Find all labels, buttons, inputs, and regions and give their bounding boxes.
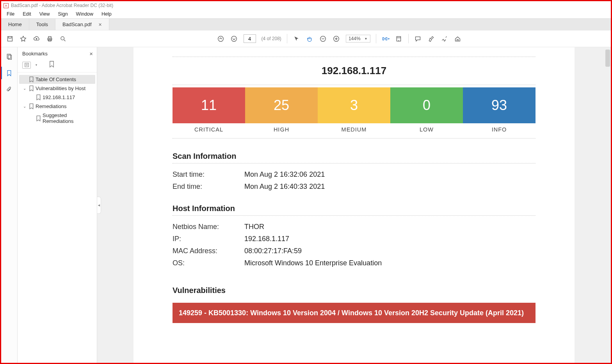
vulnerabilities-heading: Vulnerabilities <box>173 286 536 295</box>
tab-bar: Home Tools BadScan.pdf × <box>1 18 611 30</box>
navigation-rail <box>1 47 18 363</box>
attachments-icon[interactable] <box>5 85 13 93</box>
signature-icon[interactable] <box>441 35 448 43</box>
panel-collapse-handle[interactable]: ◄ <box>97 197 101 214</box>
window-title: BadScan.pdf - Adobe Acrobat Reader DC (3… <box>11 3 113 8</box>
search-icon[interactable] <box>59 35 67 43</box>
zoom-in-icon[interactable] <box>333 35 340 43</box>
toolbar: (4 of 208) 144%▼ ▾ <box>1 30 611 47</box>
window-titlebar: A BadScan.pdf - Adobe Acrobat Reader DC … <box>1 1 611 10</box>
find-bookmark-icon[interactable] <box>49 61 55 69</box>
page-up-icon[interactable] <box>217 35 225 43</box>
severity-info: 93 INFO <box>463 87 536 136</box>
svg-point-4 <box>60 36 64 40</box>
cloud-upload-icon[interactable] <box>32 35 40 43</box>
svg-rect-10 <box>7 54 11 58</box>
print-icon[interactable] <box>46 35 53 43</box>
severity-medium: 3 MEDIUM <box>318 87 390 136</box>
zoom-out-icon[interactable] <box>319 35 327 43</box>
fit-width-icon[interactable]: ▾ <box>382 35 390 43</box>
bookmark-vuln-by-host[interactable]: ⌄ Vulnerabilities by Host <box>19 84 95 93</box>
bookmarks-icon[interactable] <box>5 69 13 77</box>
severity-critical: 11 CRITICAL <box>173 87 245 136</box>
toolbar-separator <box>408 34 409 43</box>
bookmark-options-button[interactable] <box>22 62 31 69</box>
tab-close-icon[interactable]: × <box>99 21 102 28</box>
page-count-label: (4 of 208) <box>262 36 281 41</box>
svg-point-6 <box>231 36 237 41</box>
host-os-row: OS: Microsoft Windows 10 Enterprise Eval… <box>173 259 536 267</box>
severity-low: 0 LOW <box>390 87 463 136</box>
divider <box>173 85 536 85</box>
menu-edit[interactable]: Edit <box>20 11 34 18</box>
svg-rect-0 <box>7 36 12 41</box>
scan-start-row: Start time: Mon Aug 2 16:32:06 2021 <box>173 170 536 179</box>
bookmark-host-1[interactable]: 192.168.1.117 <box>19 93 95 102</box>
severity-high: 25 HIGH <box>245 87 318 136</box>
highlight-icon[interactable] <box>427 35 435 43</box>
toolbar-separator <box>376 34 376 43</box>
work-area: Bookmarks × ▾ Table Of Contents ⌄ Vulner… <box>1 47 611 363</box>
comment-icon[interactable] <box>414 35 422 43</box>
tab-home[interactable]: Home <box>1 19 29 30</box>
host-info-heading: Host Information <box>173 204 536 213</box>
save-icon[interactable] <box>6 35 14 43</box>
hand-pan-icon[interactable] <box>306 35 314 43</box>
divider <box>173 138 536 138</box>
divider <box>173 163 536 163</box>
severity-summary: 11 CRITICAL 25 HIGH 3 MEDIUM 0 LOW 93 <box>173 87 536 136</box>
svg-rect-11 <box>8 55 12 59</box>
tab-document[interactable]: BadScan.pdf × <box>55 19 109 30</box>
host-ip-heading: 192.168.1.117 <box>173 59 536 82</box>
bookmarks-panel: Bookmarks × ▾ Table Of Contents ⌄ Vulner… <box>18 47 97 363</box>
menu-file[interactable]: File <box>4 11 18 18</box>
host-mac-row: MAC Address: 08:00:27:17:FA:59 <box>173 247 536 255</box>
star-icon[interactable] <box>19 35 27 43</box>
svg-rect-12 <box>25 63 28 67</box>
menu-bar: File Edit View Sign Window Help <box>1 10 611 18</box>
page-view-icon[interactable] <box>395 35 403 43</box>
scan-info-heading: Scan Information <box>173 152 536 161</box>
divider <box>173 215 536 216</box>
panel-close-icon[interactable]: × <box>89 50 93 57</box>
vulnerability-item-critical: 149259 - KB5001330: Windows 10 Version 2… <box>173 303 536 323</box>
bookmark-suggested-remediations[interactable]: Suggested Remediations <box>19 111 95 126</box>
menu-help[interactable]: Help <box>98 11 115 18</box>
app-icon: A <box>4 3 9 8</box>
pdf-page: 192.168.1.117 11 CRITICAL 25 HIGH 3 MEDI… <box>133 47 575 363</box>
scrollbar-thumb[interactable] <box>605 50 610 67</box>
toolbar-separator <box>287 34 287 43</box>
select-arrow-icon[interactable] <box>293 35 301 43</box>
stamp-icon[interactable] <box>454 35 462 43</box>
menu-window[interactable]: Window <box>73 11 96 18</box>
vertical-scrollbar[interactable] <box>605 47 611 363</box>
bookmark-toc[interactable]: Table Of Contents <box>19 75 95 84</box>
page-down-icon[interactable] <box>230 35 238 43</box>
scan-end-row: End time: Mon Aug 2 16:40:33 2021 <box>173 183 536 191</box>
thumbnails-icon[interactable] <box>5 53 13 60</box>
menu-sign[interactable]: Sign <box>55 11 71 18</box>
divider <box>173 57 536 57</box>
host-netbios-row: Netbios Name: THOR <box>173 223 536 231</box>
svg-point-5 <box>218 36 224 41</box>
document-viewport[interactable]: ◄ 192.168.1.117 11 CRITICAL 25 HIGH 3 ME… <box>97 47 611 363</box>
page-number-input[interactable] <box>244 34 256 43</box>
panel-title: Bookmarks <box>22 51 48 57</box>
zoom-select[interactable]: 144%▼ <box>346 35 370 43</box>
menu-view[interactable]: View <box>36 11 53 18</box>
host-ip-row: IP: 192.168.1.117 <box>173 235 536 243</box>
bookmark-remediations[interactable]: ⌄ Remediations <box>19 102 95 111</box>
svg-rect-2 <box>48 36 51 38</box>
bookmark-tree: Table Of Contents ⌄ Vulnerabilities by H… <box>18 73 97 128</box>
tab-tools[interactable]: Tools <box>29 19 55 30</box>
